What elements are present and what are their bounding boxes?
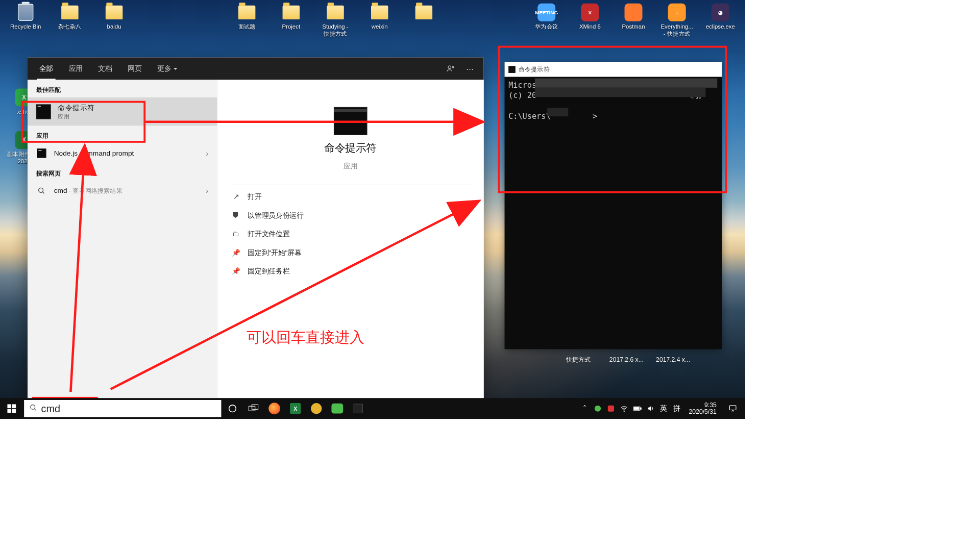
desktop-icon-label: 快捷方式 [566, 356, 591, 364]
desktop-icon[interactable]: Project [271, 3, 311, 30]
desktop-icon[interactable]: Recycle Bin [6, 3, 46, 30]
cmd-icon [36, 104, 51, 119]
search-icon [30, 404, 37, 413]
action-open-location[interactable]: 🗀打开文件位置 [229, 224, 472, 243]
action-center-button[interactable] [723, 398, 743, 419]
svg-line-2 [42, 192, 44, 193]
search-panel-header: 全部 应用 文档 网页 更多 ⋯ [28, 58, 483, 80]
tray-overflow-icon[interactable]: ˄ [579, 398, 591, 419]
web-result-label: cmd - 查看网络搜索结果 [54, 187, 199, 195]
start-button[interactable] [0, 398, 23, 419]
taskbar-search[interactable] [24, 400, 221, 417]
desktop-icon[interactable]: 面试题 [227, 3, 267, 30]
desktop-icon-label: Recycle Bin [10, 23, 41, 31]
clock-date: 2020/5/31 [689, 409, 717, 416]
cmd-icon [354, 404, 363, 413]
taskbar: X ˄ 英 拼 9:35 2020/5/31 [0, 398, 745, 419]
folder-icon [282, 3, 301, 22]
desktop-icon-label: XMind 6 [579, 23, 601, 31]
tray-app-icon[interactable] [592, 398, 603, 419]
folder-icon [61, 3, 80, 22]
best-match-title: 命令提示符 [58, 103, 94, 113]
taskbar-app-excel[interactable]: X [285, 398, 306, 419]
pin-icon: 📌 [231, 267, 240, 276]
app-icon: X [581, 3, 600, 22]
svg-point-1 [39, 188, 43, 192]
desktop-icon-label: Studying -快捷方式 [322, 23, 348, 37]
svg-rect-15 [729, 406, 736, 410]
desktop-icon[interactable]: Studying -快捷方式 [315, 3, 355, 37]
desktop-icon[interactable]: 杂七杂八 [50, 3, 90, 30]
search-results-list: 最佳匹配 命令提示符 应用 应用 Node.js command prompt … [28, 80, 217, 399]
open-icon: ↗ [231, 192, 240, 201]
cmd-window[interactable]: 命令提示符 Micros (c) 20 利。 C:\Users\ > [505, 62, 722, 349]
taskbar-app-wechat[interactable] [327, 398, 348, 419]
chevron-right-icon: › [206, 149, 208, 158]
desktop-icon-label: 面试题 [238, 23, 256, 31]
app-result-label: Node.js command prompt [54, 149, 199, 157]
desktop-icon-label: 2017.2.4 x... [656, 356, 690, 363]
desktop-icon-label: 杂七杂八 [58, 23, 82, 31]
tab-web[interactable]: 网页 [120, 58, 150, 80]
taskbar-app-firefox[interactable] [264, 398, 285, 419]
more-options-icon[interactable]: ⋯ [460, 58, 480, 80]
svg-rect-14 [634, 408, 639, 410]
search-input[interactable] [41, 403, 216, 415]
task-view-button[interactable] [243, 398, 264, 419]
desktop-icon-label: 2017.2.6 x... [609, 356, 644, 363]
svg-point-11 [624, 411, 624, 411]
best-match-item[interactable]: 命令提示符 应用 [28, 97, 217, 126]
ime-mode[interactable]: 拼 [671, 398, 683, 419]
desktop-icon[interactable] [404, 3, 444, 23]
desktop-icon[interactable]: baidu [94, 3, 134, 30]
tab-all[interactable]: 全部 [32, 58, 61, 80]
action-pin-start[interactable]: 📌固定到"开始"屏幕 [229, 243, 472, 262]
desktop-icon-label: Everything...- 快捷方式 [660, 23, 693, 37]
tab-apps[interactable]: 应用 [61, 58, 90, 80]
cmd-window-titlebar[interactable]: 命令提示符 [505, 62, 722, 77]
folder-icon [105, 3, 124, 22]
system-tray: ˄ 英 拼 9:35 2020/5/31 [579, 398, 745, 419]
recycle-bin-icon [16, 3, 35, 22]
cmd-window-body[interactable]: Micros (c) 20 利。 C:\Users\ > [505, 77, 722, 349]
taskbar-clock[interactable]: 9:35 2020/5/31 [684, 402, 721, 416]
taskbar-app[interactable] [306, 398, 327, 419]
wifi-icon[interactable] [618, 398, 630, 419]
battery-icon[interactable] [631, 398, 643, 419]
desktop-icon[interactable]: ◕eclipse.exe [700, 3, 741, 30]
svg-line-7 [34, 409, 36, 410]
tab-more[interactable]: 更多 [150, 58, 185, 80]
svg-rect-13 [641, 408, 641, 409]
action-open[interactable]: ↗打开 [229, 187, 472, 206]
section-best-match: 最佳匹配 [28, 80, 217, 97]
volume-icon[interactable] [645, 398, 656, 419]
search-icon [36, 185, 47, 196]
action-pin-taskbar[interactable]: 📌固定到任务栏 [229, 262, 472, 281]
desktop-icon-label: 华为会议 [535, 23, 558, 31]
search-preview-pane: 命令提示符 应用 ↗打开 ⛊以管理员身份运行 🗀打开文件位置 📌固定到"开始"屏… [217, 80, 483, 399]
folder-icon [237, 3, 256, 22]
app-icon: MEETING [537, 3, 556, 22]
desktop-icon[interactable]: MEETING华为会议 [526, 3, 567, 30]
desktop-icon[interactable]: XXMind 6 [570, 3, 610, 30]
folder-icon: 🗀 [231, 230, 240, 238]
taskbar-app-cmd[interactable] [348, 398, 369, 419]
folder-icon [326, 3, 345, 22]
tab-docs[interactable]: 文档 [90, 58, 120, 80]
windows-logo-icon [7, 404, 16, 413]
desktop-icon[interactable]: Postman [613, 3, 653, 30]
app-result-item[interactable]: Node.js command prompt › [28, 143, 217, 164]
app-icon: ○ [668, 3, 687, 22]
cmd-icon [334, 107, 367, 135]
folder-icon [370, 3, 389, 22]
desktop-icon-label: weixin [372, 23, 388, 31]
desktop-icon[interactable]: weixin [359, 3, 400, 30]
cortana-button[interactable] [222, 398, 243, 419]
ime-language[interactable]: 英 [658, 398, 670, 419]
tray-app-icon[interactable] [605, 398, 617, 419]
desktop-icon[interactable]: ○Everything...- 快捷方式 [657, 3, 697, 37]
svg-point-6 [31, 405, 35, 409]
web-result-item[interactable]: cmd - 查看网络搜索结果 › [28, 181, 217, 201]
feedback-icon[interactable] [441, 58, 460, 80]
action-run-admin[interactable]: ⛊以管理员身份运行 [229, 206, 472, 225]
